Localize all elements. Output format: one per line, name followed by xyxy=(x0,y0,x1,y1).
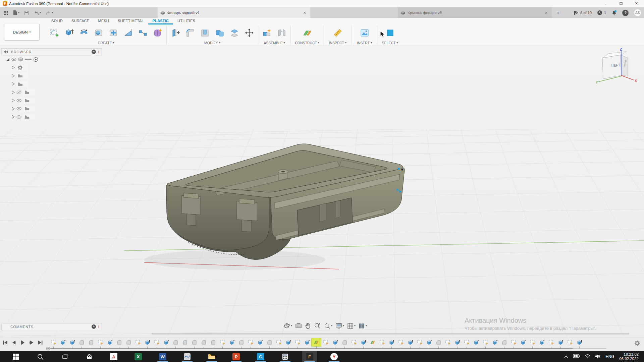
revolve-button[interactable] xyxy=(76,25,91,40)
browser-item-bodies[interactable] xyxy=(1,97,102,105)
browser-item-chip[interactable] xyxy=(16,81,28,87)
timeline-feature-sketch[interactable] xyxy=(377,338,387,346)
fit-button[interactable]: ▾ xyxy=(324,322,332,329)
timeline-feature-extrude[interactable] xyxy=(359,338,368,346)
taskbar-app-fusion[interactable]: F xyxy=(302,351,317,362)
timeline-feature-plane-current[interactable] xyxy=(312,338,321,346)
timeline-feature-fillet[interactable] xyxy=(114,338,124,346)
timeline-feature-fillet[interactable] xyxy=(86,338,96,346)
timeline-feature-extrude[interactable] xyxy=(58,338,67,346)
timeline-feature-sketch[interactable] xyxy=(528,338,537,346)
timeline-skip-start-button[interactable] xyxy=(2,339,9,346)
ribbon-tab-mesh[interactable]: MESH xyxy=(94,18,113,24)
timeline-feature-extrude[interactable] xyxy=(227,338,236,346)
timeline-track[interactable] xyxy=(50,348,573,349)
ribbon-group-label-create[interactable]: CREATE▾ xyxy=(47,41,165,45)
browser-item-selection-sets[interactable] xyxy=(1,80,102,88)
timeline-feature-sketch[interactable] xyxy=(218,338,227,346)
ribbon-tab-surface[interactable]: SURFACE xyxy=(67,18,94,24)
panel-grip[interactable]: ‖ xyxy=(98,325,100,329)
pattern-button[interactable] xyxy=(106,25,121,40)
timeline-feature-extrude[interactable] xyxy=(330,338,340,346)
timeline-feature-sketch[interactable] xyxy=(133,338,143,346)
shell-button[interactable] xyxy=(198,25,212,40)
timeline-feature-sketch[interactable] xyxy=(321,338,330,346)
joint-button[interactable] xyxy=(274,25,289,40)
doc-tab-close-icon[interactable]: ✕ xyxy=(302,11,308,15)
ribbon-group-label-assemble[interactable]: ASSEMBLE▾ xyxy=(260,41,289,45)
expand-arrow-icon[interactable] xyxy=(11,107,15,111)
new-component-button[interactable] xyxy=(260,25,274,40)
file-menu-button[interactable]: ▾ xyxy=(13,10,19,15)
app-grid-menu-button[interactable] xyxy=(3,10,8,15)
timeline-feature-extrude[interactable] xyxy=(161,338,171,346)
ribbon-group-label-inspect[interactable]: INSPECT▾ xyxy=(325,41,351,45)
timeline-feature-fillet[interactable] xyxy=(199,338,208,346)
job-status-button[interactable]: 6 of 10 xyxy=(574,10,592,15)
battery-icon[interactable] xyxy=(573,354,580,359)
timeline-feature-extrude[interactable] xyxy=(143,338,152,346)
expand-arrow-icon[interactable] xyxy=(11,82,15,86)
taskbar-app-explorer[interactable] xyxy=(204,351,219,362)
browser-item-origin[interactable] xyxy=(1,88,102,97)
timeline-feature-extrude[interactable] xyxy=(556,338,565,346)
model-rear-lamp-housing[interactable] xyxy=(166,144,405,260)
combine-button[interactable] xyxy=(212,25,227,40)
doc-tab-active[interactable]: Фонарь задний v1 ✕ xyxy=(158,7,310,18)
timeline-feature-plane[interactable] xyxy=(368,338,377,346)
timeline-marker-handle[interactable]: − xyxy=(46,347,50,350)
hole-button[interactable] xyxy=(91,25,106,40)
display-settings-button[interactable]: ▾ xyxy=(335,323,344,329)
timeline-play-button[interactable] xyxy=(19,339,26,346)
wifi-icon[interactable] xyxy=(585,354,590,359)
speaker-icon[interactable] xyxy=(595,354,600,359)
timeline-feature-fillet[interactable] xyxy=(171,338,180,346)
visibility-eye-icon[interactable] xyxy=(16,99,21,102)
timeline-feature-chamfer[interactable] xyxy=(434,338,443,346)
measure-button[interactable] xyxy=(330,25,345,40)
ribbon-tab-utilities[interactable]: UTILITIES xyxy=(173,18,200,24)
expand-arrow-icon[interactable] xyxy=(11,90,15,94)
timeline-feature-fillet[interactable] xyxy=(208,338,218,346)
language-indicator[interactable]: ENG xyxy=(605,354,614,359)
timeline-feature-sketch[interactable] xyxy=(152,338,161,346)
timeline-feature-extrude[interactable] xyxy=(302,338,312,346)
timeline-settings-gear-icon[interactable] xyxy=(635,341,640,347)
timeline-feature-sketch[interactable] xyxy=(246,338,255,346)
user-avatar[interactable]: AS xyxy=(634,9,641,16)
look-at-button[interactable] xyxy=(295,323,302,328)
browser-item-chip[interactable] xyxy=(23,98,35,103)
timeline-feature-sketch[interactable] xyxy=(96,338,105,346)
timeline-skip-end-button[interactable] xyxy=(37,339,44,346)
fillet-button[interactable] xyxy=(183,25,198,40)
browser-item-chip[interactable] xyxy=(23,89,35,95)
view-cube[interactable]: LEFT FRONT Z X Y xyxy=(595,48,642,86)
taskbar-app-autocad[interactable]: A xyxy=(106,351,121,362)
expand-arrow-icon[interactable] xyxy=(11,99,15,102)
timeline-feature-fillet[interactable] xyxy=(265,338,274,346)
browser-item-construction[interactable] xyxy=(1,113,102,121)
timeline-feature-sketch[interactable] xyxy=(565,338,575,346)
alerts-button[interactable] xyxy=(611,10,617,16)
timeline-feature-fillet[interactable] xyxy=(236,338,246,346)
browser-root-row[interactable] xyxy=(1,55,102,64)
timeline-feature-fillet[interactable] xyxy=(124,338,133,346)
browser-item-sketches[interactable] xyxy=(1,105,102,113)
timeline-feature-sketch[interactable] xyxy=(49,338,58,346)
taskbar-app-c-app[interactable]: C xyxy=(253,351,268,362)
taskbar-app-kompas[interactable] xyxy=(180,351,195,362)
ribbon-group-label-select[interactable]: SELECT▾ xyxy=(379,41,401,45)
maximize-button[interactable] xyxy=(613,0,629,7)
timeline-feature-sketch[interactable] xyxy=(396,338,406,346)
timeline-feature-extrude[interactable] xyxy=(424,338,434,346)
viewports-button[interactable]: ▾ xyxy=(359,323,367,329)
taskbar-app-yandex[interactable]: Y xyxy=(327,351,341,362)
timeline-feature-sketch[interactable] xyxy=(274,338,283,346)
timeline-feature-extrude[interactable] xyxy=(452,338,462,346)
taskbar-app-excel[interactable]: X xyxy=(131,351,146,362)
collapse-triangle-icon[interactable] xyxy=(6,58,10,61)
redo-button[interactable]: ▾ xyxy=(46,11,53,15)
timeline-feature-sketch[interactable] xyxy=(509,338,518,346)
tray-chevron-icon[interactable] xyxy=(564,354,568,359)
taskbar-app-word[interactable]: W xyxy=(155,351,170,362)
